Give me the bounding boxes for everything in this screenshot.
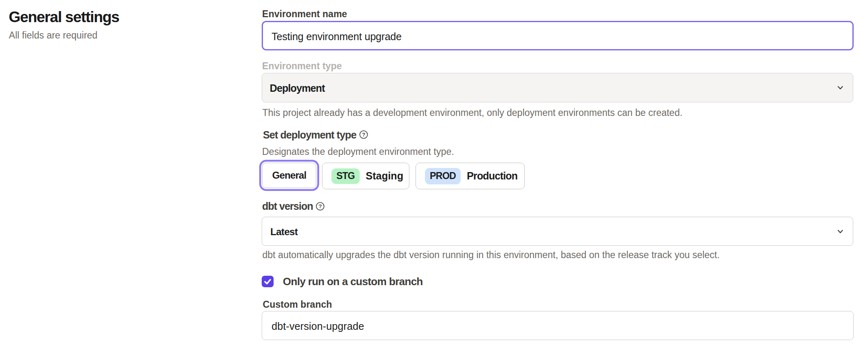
svg-text:?: ? (362, 132, 365, 138)
svg-text:?: ? (319, 203, 322, 209)
